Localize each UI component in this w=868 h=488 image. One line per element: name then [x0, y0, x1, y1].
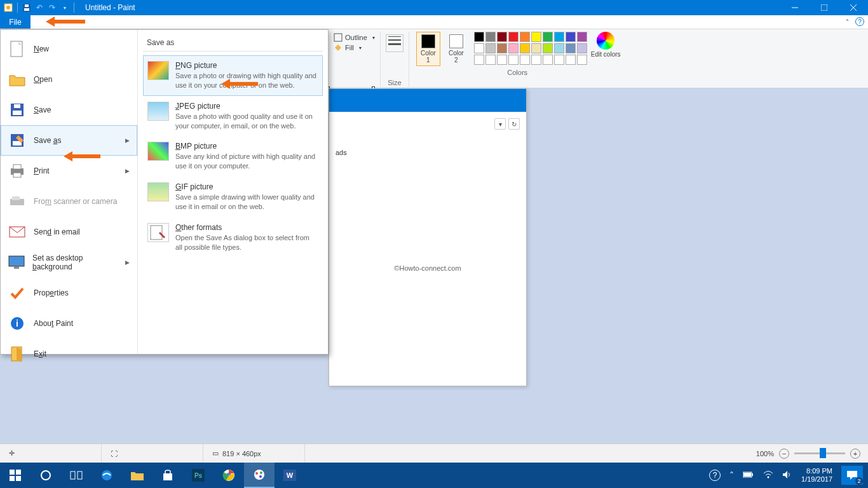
zoom-in-button[interactable]: +	[850, 449, 860, 459]
taskbar-explorer-icon[interactable]	[122, 463, 153, 488]
zoom-out-button[interactable]: −	[779, 449, 789, 459]
taskbar-edge-icon[interactable]	[92, 463, 122, 488]
color-swatch[interactable]	[554, 32, 564, 42]
save-icon[interactable]	[21, 2, 32, 13]
paint-app-icon[interactable]	[3, 2, 14, 13]
selection-size-icon: ⛶	[111, 450, 118, 458]
color-swatch[interactable]	[531, 43, 541, 53]
annotation-arrow	[221, 80, 258, 88]
color-swatch[interactable]	[474, 55, 484, 65]
svg-text:i: i	[16, 318, 18, 329]
color-swatch[interactable]	[543, 43, 553, 53]
tray-battery-icon[interactable]	[743, 470, 754, 480]
color-swatch[interactable]	[474, 32, 484, 42]
color-swatch[interactable]	[543, 32, 553, 42]
color-swatch[interactable]	[485, 55, 496, 65]
svg-rect-34	[71, 471, 75, 479]
color-swatch[interactable]	[497, 32, 507, 42]
desktop-bg-icon	[8, 254, 25, 271]
color-swatch[interactable]	[485, 32, 496, 42]
tray-overflow-icon[interactable]: ˄	[729, 470, 734, 480]
color-swatch[interactable]	[566, 32, 576, 42]
color-swatch[interactable]	[520, 43, 530, 53]
save-as-jpeg[interactable]: JPEG pictureSave a photo with good quali…	[143, 96, 323, 137]
colors-section: Color 1 Color 2 Edit colors Colors	[409, 32, 621, 86]
collapse-ribbon-icon[interactable]: ˄	[846, 18, 849, 25]
panel-dropdown-button[interactable]: ▾	[494, 118, 506, 130]
save-as-other[interactable]: Other formatsOpen the Save As dialog box…	[143, 217, 323, 258]
outline-dropdown[interactable]: Outline▾	[334, 33, 375, 42]
taskbar-paint-icon[interactable]	[244, 463, 275, 488]
scanner-icon	[8, 193, 26, 210]
redo-icon[interactable]: ↷	[46, 2, 58, 13]
color-2-button[interactable]: Color 2	[444, 32, 468, 66]
minimize-button[interactable]	[780, 0, 810, 15]
color-swatch[interactable]	[508, 43, 519, 53]
file-about[interactable]: iAbout Paint	[1, 308, 137, 339]
color-swatch[interactable]	[577, 43, 587, 53]
file-open[interactable]: Open	[1, 64, 137, 95]
color-swatch[interactable]	[577, 32, 587, 42]
crosshair-icon: ✛	[9, 449, 15, 458]
color-swatch[interactable]	[531, 32, 541, 42]
edit-colors-button[interactable]: Edit colors	[591, 32, 621, 58]
taskbar-photoshop-icon[interactable]: Ps	[183, 463, 214, 488]
color-swatch[interactable]	[543, 55, 553, 65]
bmp-format-icon	[147, 142, 169, 161]
file-exit[interactable]: Exit	[1, 339, 137, 369]
size-dropdown[interactable]	[386, 34, 403, 52]
color-swatch[interactable]	[554, 55, 564, 65]
color-swatch[interactable]	[577, 55, 587, 65]
svg-rect-31	[10, 476, 15, 481]
close-button[interactable]	[839, 0, 868, 15]
tray-clock[interactable]: 8:09 PM 1/19/2017	[801, 467, 832, 484]
color-swatch[interactable]	[485, 43, 496, 53]
color-swatch[interactable]	[508, 32, 519, 42]
file-send-email[interactable]: Send in email	[1, 217, 137, 247]
taskbar-store-icon[interactable]	[153, 463, 183, 488]
save-as-gif[interactable]: GIF pictureSave a simple drawing with lo…	[143, 177, 323, 217]
file-set-background[interactable]: Set as desktop background▶	[1, 247, 137, 278]
file-save[interactable]: Save	[1, 95, 137, 125]
color-swatch[interactable]	[508, 55, 519, 65]
color-swatch[interactable]	[554, 43, 564, 53]
taskbar-chrome-icon[interactable]	[214, 463, 244, 488]
save-as-submenu: Save as PNG pictureSave a photo or drawi…	[138, 30, 328, 354]
fill-dropdown[interactable]: Fill▾	[334, 43, 375, 52]
color-swatch[interactable]	[566, 55, 576, 65]
zoom-slider[interactable]	[794, 452, 845, 454]
file-properties[interactable]: Properties	[1, 278, 137, 308]
color-swatch[interactable]	[566, 43, 576, 53]
save-as-bmp[interactable]: BMP pictureSave any kind of picture with…	[143, 136, 323, 177]
taskbar-word-icon[interactable]: W	[275, 463, 305, 488]
cortana-button[interactable]	[31, 463, 61, 488]
color-swatch[interactable]	[497, 43, 507, 53]
save-as-png[interactable]: PNG pictureSave a photo or drawing with …	[143, 55, 323, 96]
svg-rect-30	[16, 470, 21, 475]
undo-icon[interactable]: ↶	[34, 2, 45, 13]
submenu-arrow-icon: ▶	[125, 137, 130, 144]
svg-text:Ps: Ps	[194, 472, 203, 479]
svg-point-44	[259, 475, 262, 478]
properties-check-icon	[8, 284, 26, 302]
task-view-button[interactable]	[61, 463, 92, 488]
color-swatch[interactable]	[497, 55, 507, 65]
panel-refresh-button[interactable]: ↻	[508, 118, 520, 130]
tray-wifi-icon[interactable]	[763, 470, 773, 481]
color-swatch[interactable]	[520, 55, 530, 65]
qat-dropdown-icon[interactable]: ▾	[59, 2, 71, 13]
color-1-button[interactable]: Color 1	[416, 32, 440, 66]
color-swatch[interactable]	[531, 55, 541, 65]
panel-header-bar	[329, 89, 526, 112]
color-swatch[interactable]	[474, 43, 484, 53]
action-center-button[interactable]: 2	[841, 466, 863, 485]
start-button[interactable]	[0, 463, 31, 488]
help-icon[interactable]: ?	[855, 17, 864, 26]
color-swatch[interactable]	[520, 32, 530, 42]
tray-help-icon[interactable]: ?	[709, 470, 721, 481]
maximize-button[interactable]	[810, 0, 839, 15]
ribbon-tab-bar: File ˄ ?	[0, 15, 868, 29]
file-tab[interactable]: File	[0, 15, 31, 29]
tray-volume-icon[interactable]	[782, 470, 792, 481]
file-new[interactable]: NNewew	[1, 34, 137, 64]
